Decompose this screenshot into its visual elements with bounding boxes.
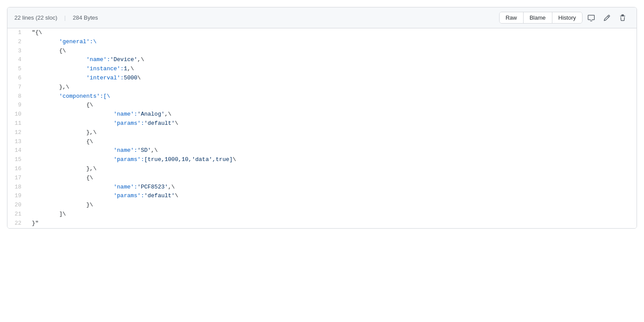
code-area: 1"{\ 2 'general':\3 {\4 'name':'Device',…	[7, 28, 637, 228]
code-table: 1"{\ 2 'general':\3 {\4 'name':'Device',…	[7, 28, 637, 228]
line-code: 'params':[true,1000,10,'data',true]\	[28, 155, 637, 164]
line-number: 3	[7, 47, 28, 56]
code-token: 'SD'	[137, 147, 151, 154]
code-token: 5000	[124, 75, 137, 81]
code-token: 'name':	[32, 184, 137, 190]
line-code: {\	[28, 137, 637, 147]
line-number: 15	[7, 155, 28, 164]
table-row: 14 'name':'SD',\	[7, 146, 637, 155]
line-code: "{\	[28, 28, 637, 38]
code-token: 'name':	[32, 147, 137, 154]
code-token: 'instance':	[32, 65, 124, 72]
line-code: 'params':'default'\	[28, 119, 637, 128]
code-token: 'params':	[32, 156, 144, 163]
table-row: 10 'name':'Analog',\	[7, 110, 637, 119]
table-row: 22}"	[7, 219, 637, 228]
table-row: 15 'params':[true,1000,10,'data',true]\	[7, 155, 637, 164]
table-row: 7 },\	[7, 83, 637, 92]
delete-icon-button[interactable]	[616, 12, 630, 24]
table-row: 20 }\	[7, 201, 637, 210]
code-token: {\	[32, 175, 93, 181]
view-mode-group: Raw Blame History	[499, 12, 582, 24]
line-code: }\	[28, 201, 637, 210]
code-token: 'default'	[144, 192, 175, 199]
code-token: ,\	[151, 147, 158, 154]
code-token: ,\	[168, 184, 175, 190]
history-button[interactable]: History	[552, 12, 582, 23]
code-token: },\	[32, 165, 96, 172]
table-row: 5 'instance':1,\	[7, 65, 637, 74]
line-code: {\	[28, 47, 637, 56]
table-row: 3 {\	[7, 47, 637, 56]
code-token: 'interval':	[32, 75, 124, 81]
display-icon-button[interactable]	[584, 12, 598, 24]
code-token: ,\	[137, 56, 144, 63]
edit-icon-button[interactable]	[600, 12, 614, 24]
line-code: 'instance':1,\	[28, 65, 637, 74]
line-code: 'components':[\	[28, 92, 637, 101]
table-row: 9 {\	[7, 101, 637, 110]
table-row: 8 'components':[\	[7, 92, 637, 101]
code-token: 'name':	[32, 111, 137, 117]
table-row: 21 ]\	[7, 210, 637, 219]
lines-info: 22 lines (22 sloc)	[14, 14, 57, 21]
code-token: 'Analog'	[137, 111, 164, 117]
line-number: 4	[7, 55, 28, 65]
line-code: 'interval':5000\	[28, 74, 637, 83]
line-code: 'name':'PCF8523',\	[28, 183, 637, 192]
line-code: 'general':\	[28, 38, 637, 47]
line-number: 13	[7, 137, 28, 147]
table-row: 6 'interval':5000\	[7, 74, 637, 83]
line-code: 'name':'SD',\	[28, 146, 637, 155]
line-number: 12	[7, 128, 28, 137]
line-code: ]\	[28, 210, 637, 219]
code-token: }\	[32, 202, 93, 208]
code-token: 'PCF8523'	[137, 184, 168, 190]
line-number: 14	[7, 146, 28, 155]
line-code: 'name':'Analog',\	[28, 110, 637, 119]
code-token: \	[175, 120, 178, 127]
code-token: \	[233, 156, 236, 163]
line-number: 16	[7, 164, 28, 174]
code-token: "{\	[32, 29, 45, 36]
line-code: 'name':'Device',\	[28, 55, 637, 65]
code-token: ,\	[127, 65, 134, 72]
line-number: 10	[7, 110, 28, 119]
line-number: 8	[7, 92, 28, 101]
code-token: 'params':	[32, 120, 144, 127]
line-number: 2	[7, 38, 28, 47]
table-row: 4 'name':'Device',\	[7, 55, 637, 65]
line-code: },\	[28, 164, 637, 174]
raw-button[interactable]: Raw	[500, 12, 524, 23]
line-number: 19	[7, 192, 28, 201]
line-number: 1	[7, 28, 28, 38]
delete-icon	[619, 14, 626, 21]
line-code: {\	[28, 174, 637, 183]
table-row: 19 'params':'default'\	[7, 192, 637, 201]
table-row: 13 {\	[7, 137, 637, 147]
code-token: 'params':	[32, 192, 144, 199]
table-row: 2 'general':\	[7, 38, 637, 47]
code-token: \	[175, 192, 178, 199]
code-token: },\	[32, 129, 96, 136]
code-token: {\	[32, 138, 93, 145]
code-token: ]\	[32, 211, 66, 217]
table-row: 12 },\	[7, 128, 637, 137]
toolbar: Raw Blame History	[499, 12, 630, 24]
display-icon	[588, 14, 595, 21]
edit-icon	[603, 14, 610, 21]
code-token: [true,1000,10,'data',true]	[144, 156, 233, 163]
code-token: 'name':	[32, 56, 110, 63]
line-code: 'params':'default'\	[28, 192, 637, 201]
file-info: 22 lines (22 sloc) | 284 Bytes	[14, 14, 98, 21]
blame-button[interactable]: Blame	[524, 12, 552, 23]
table-row: 16 },\	[7, 164, 637, 174]
line-number: 20	[7, 201, 28, 210]
table-row: 18 'name':'PCF8523',\	[7, 183, 637, 192]
code-token: {\	[32, 48, 66, 54]
line-code: }"	[28, 219, 637, 228]
file-view: 22 lines (22 sloc) | 284 Bytes Raw Blame…	[7, 7, 637, 229]
line-number: 22	[7, 219, 28, 228]
code-token: {\	[32, 102, 93, 108]
code-token: 'general':\	[32, 38, 96, 45]
